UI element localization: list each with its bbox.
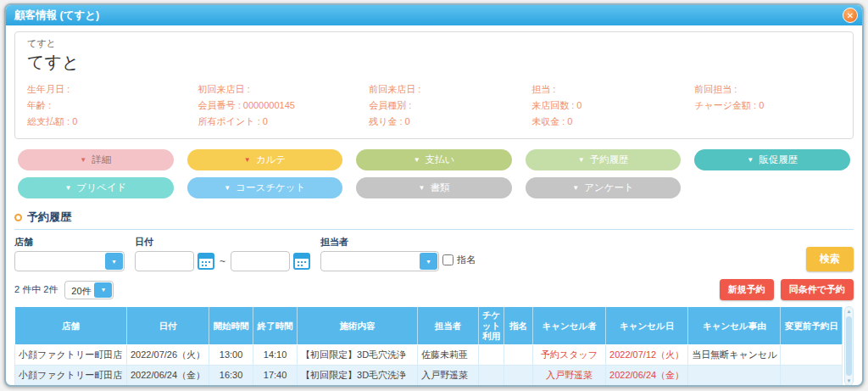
vertical-scrollbar[interactable]: ▲ ▼ <box>844 306 854 386</box>
customer-name-kana: てすと <box>27 37 841 50</box>
date-to-input[interactable] <box>231 251 290 271</box>
table-cell: 14:10 <box>253 344 298 365</box>
scroll-down-icon[interactable]: ▼ <box>847 377 852 384</box>
table-cell <box>504 365 533 385</box>
page-size-value: 20件 <box>71 282 91 300</box>
column-header: 開始時間 <box>209 307 253 345</box>
chevron-down-icon: ▼ <box>578 157 585 164</box>
section-title: 予約履歴 <box>27 209 71 225</box>
same-condition-reservation-button[interactable]: 同条件で予約 <box>781 279 854 300</box>
nomination-label: 指名 <box>457 254 476 266</box>
scroll-up-icon[interactable]: ▲ <box>847 308 852 315</box>
chevron-down-icon: ▼ <box>572 185 579 192</box>
calendar-icon[interactable] <box>198 253 214 270</box>
table-cell <box>781 365 843 385</box>
date-separator: ~ <box>220 255 225 267</box>
dialog-title: 顧客情報 (てすと) <box>14 8 99 23</box>
column-header: キャンセル日 <box>606 307 688 345</box>
close-icon: ✕ <box>847 11 854 20</box>
staff-label: 担当者 <box>320 236 476 249</box>
customer-info-dialog: 顧客情報 (てすと) ✕ てすと てすと 生年月日 :年齢 :総支払額 : 0初… <box>4 3 864 387</box>
table-cell: 2022/07/12（火） <box>606 344 688 365</box>
table-header-row: 店舗日付開始時間終了時間施術内容担当者チケット利用指名キャンセル者キャンセル日キ… <box>15 307 843 345</box>
customer-field-column: 初回来店日 :会員番号 : 0000000145所有ポイント : 0 <box>198 81 370 130</box>
new-reservation-button[interactable]: 新規予約 <box>720 279 774 300</box>
section-header: 予約履歴 <box>14 209 854 230</box>
customer-field-column: 前回来店日 :会員種別 :残り金 : 0 <box>369 81 531 130</box>
tab-label: コースチケット <box>236 182 305 194</box>
tab-label: プリペイド <box>76 182 126 194</box>
table-cell: 【初回限定】3D毛穴洗浄 <box>298 365 418 385</box>
table-cell: 入戸野遥菜 <box>533 365 606 385</box>
tab-survey[interactable]: ▼アンケート <box>526 177 682 198</box>
table-cell <box>479 365 504 385</box>
table-cell: 予約スタッフ <box>533 344 606 365</box>
table-cell <box>479 344 504 365</box>
table-cell: 2022/06/24（金） <box>606 365 688 385</box>
column-header: 終了時間 <box>253 307 298 345</box>
tab-reservation-history[interactable]: ▼予約履歴 <box>526 149 682 170</box>
chevron-down-icon: ▼ <box>419 185 426 192</box>
tab-karte[interactable]: ▼カルテ <box>187 149 343 170</box>
tab-bar: ▼詳細▼カルテ▼支払い▼予約履歴▼販促履歴▼プリペイド▼コースチケット▼書類▼ア… <box>18 149 850 198</box>
table-row[interactable]: 小顔ファクトリー町田店2022/07/26（火）13:0014:10【初回限定】… <box>15 344 843 365</box>
staff-select[interactable]: ▼ <box>320 251 439 271</box>
customer-field: 会員番号 : 0000000145 <box>198 98 370 114</box>
result-bar: 2 件中 2件 20件 ▼ 新規予約 同条件で予約 <box>14 279 854 300</box>
tab-label: アンケート <box>584 182 634 194</box>
customer-field: 未収金 : 0 <box>531 114 694 130</box>
customer-field: 前回来店日 : <box>369 81 531 98</box>
tab-documents[interactable]: ▼書類 <box>356 177 512 198</box>
table-cell: 当日無断キャンセル <box>688 344 781 365</box>
table-cell <box>781 344 843 365</box>
tab-detail[interactable]: ▼詳細 <box>18 149 174 170</box>
dialog-body: てすと てすと 生年月日 :年齢 :総支払額 : 0初回来店日 :会員番号 : … <box>6 25 862 387</box>
chevron-down-icon: ▼ <box>64 185 71 192</box>
customer-field-column: 前回担当 :チャージ金額 : 0 <box>694 81 841 130</box>
column-header: 施術内容 <box>298 307 418 345</box>
table-cell: 13:00 <box>209 344 253 365</box>
table-cell: 16:30 <box>209 365 253 385</box>
tab-label: 予約履歴 <box>590 154 629 166</box>
chevron-down-icon: ▼ <box>747 157 754 164</box>
customer-field: チャージ金額 : 0 <box>694 98 841 114</box>
filter-bar: 店舗 ▼ 日付 ~ 担当者 ▼ <box>14 236 854 271</box>
table-cell: 小顔ファクトリー町田店 <box>15 365 127 385</box>
table-cell: 17:40 <box>253 365 298 385</box>
customer-field-column: 担当 :来店回数 : 0未収金 : 0 <box>531 81 694 130</box>
column-header: キャンセル者 <box>533 307 606 345</box>
chevron-down-icon: ▼ <box>244 157 251 164</box>
nomination-filter[interactable]: 指名 <box>442 254 476 266</box>
scrollbar-thumb[interactable] <box>846 316 852 376</box>
column-header: キャンセル事由 <box>688 307 781 345</box>
store-select[interactable]: ▼ <box>14 251 125 271</box>
date-label: 日付 <box>135 236 310 249</box>
table-cell <box>688 365 781 385</box>
nomination-checkbox[interactable] <box>442 254 453 265</box>
tab-label: 書類 <box>430 182 449 194</box>
tab-prepaid[interactable]: ▼プリペイド <box>18 177 174 198</box>
customer-card: てすと てすと 生年月日 :年齢 :総支払額 : 0初回来店日 :会員番号 : … <box>14 31 854 139</box>
reservation-table-zone: 店舗日付開始時間終了時間施術内容担当者チケット利用指名キャンセル者キャンセル日キ… <box>14 306 854 386</box>
result-count: 2 件中 2件 <box>14 283 58 296</box>
customer-field: 来店回数 : 0 <box>531 98 694 114</box>
table-cell <box>504 344 533 365</box>
column-header: 指名 <box>504 307 533 345</box>
search-button[interactable]: 検索 <box>806 247 854 271</box>
column-header: 日付 <box>127 307 209 345</box>
table-cell: 小顔ファクトリー町田店 <box>15 344 127 365</box>
section-bullet-icon <box>14 214 22 221</box>
tab-label: 詳細 <box>92 154 111 166</box>
table-cell: 2022/07/26（火） <box>127 344 209 365</box>
table-row[interactable]: 小顔ファクトリー町田店2022/06/24（金）16:3017:40【初回限定】… <box>15 365 843 385</box>
calendar-icon[interactable] <box>293 253 310 270</box>
page-size-select[interactable]: 20件 ▼ <box>64 281 114 299</box>
tab-payment[interactable]: ▼支払い <box>356 149 512 170</box>
date-filter: 日付 ~ <box>135 236 310 271</box>
store-label: 店舗 <box>14 236 125 249</box>
close-button[interactable]: ✕ <box>843 8 858 23</box>
tab-course-ticket[interactable]: ▼コースチケット <box>187 177 343 198</box>
date-from-input[interactable] <box>135 251 194 271</box>
table-cell: 【初回限定】3D毛穴洗浄 <box>298 344 418 365</box>
tab-promotion-history[interactable]: ▼販促履歴 <box>694 149 850 170</box>
